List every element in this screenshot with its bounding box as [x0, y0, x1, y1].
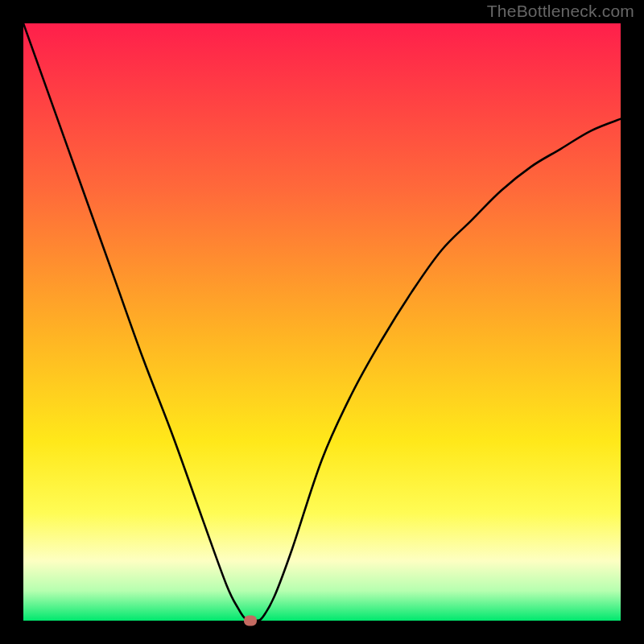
plot-area	[23, 23, 621, 621]
chart-frame: TheBottleneck.com	[0, 0, 644, 644]
curve-svg	[23, 23, 621, 621]
bottleneck-curve-path	[23, 23, 621, 621]
optimum-marker	[244, 616, 257, 626]
attribution-text: TheBottleneck.com	[487, 2, 634, 21]
